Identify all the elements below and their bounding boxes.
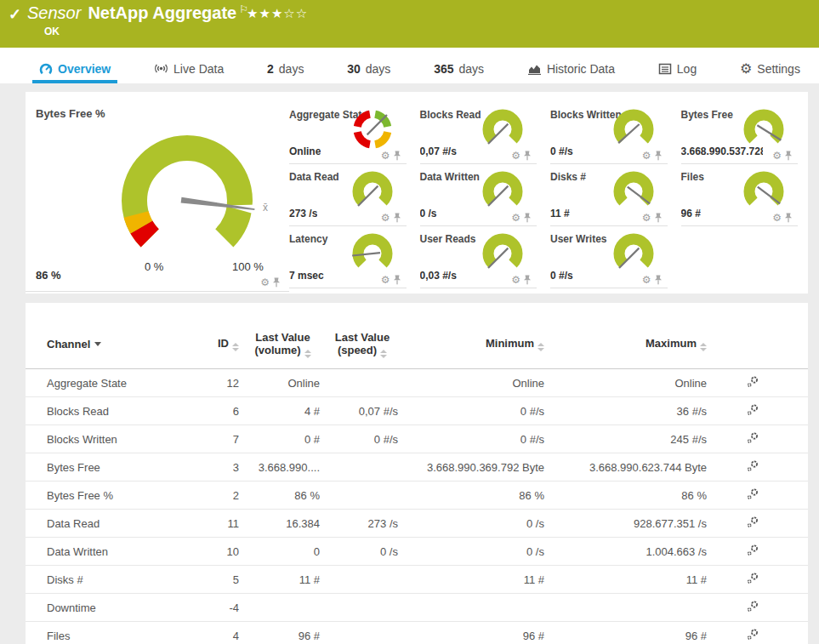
pin-icon[interactable] xyxy=(393,151,401,161)
gear-icon[interactable]: ⚙ xyxy=(642,275,651,285)
gear-icon[interactable]: ⚙ xyxy=(642,213,651,223)
table-row: Blocks Read 6 4 # 0,07 #/s 0 #/s 36 #/s xyxy=(26,397,808,425)
pin-icon[interactable] xyxy=(654,151,663,161)
pin-icon[interactable] xyxy=(784,213,793,223)
column-minimum[interactable]: Minimum xyxy=(401,337,548,351)
tab-2-days[interactable]: 2 days xyxy=(260,57,310,83)
channel-settings-icon[interactable] xyxy=(746,600,759,613)
table-header-row: Channel ID Last Value (volume) Last Valu… xyxy=(26,320,808,369)
pin-icon[interactable] xyxy=(523,213,532,223)
gear-icon: ⚙ xyxy=(740,62,752,76)
cell-maximum: 928.677.351 /s xyxy=(548,517,710,530)
cell-channel: Data Read xyxy=(26,517,204,530)
pin-icon[interactable] xyxy=(654,213,663,223)
table-row: Bytes Free 3 3.668.990.... 3.668.990.369… xyxy=(26,453,808,482)
cell-maximum: 11 # xyxy=(548,573,710,586)
tab-number: 30 xyxy=(347,62,361,76)
gauge-value: 96 # xyxy=(681,208,701,219)
cell-last-value-volume: 96 # xyxy=(242,630,323,642)
mini-gauge-cell: Bytes Free 3.668.990.537.728 ... ⚙ xyxy=(681,102,799,164)
tab-label: days xyxy=(279,62,304,76)
pin-icon[interactable] xyxy=(654,275,663,285)
pin-icon[interactable] xyxy=(393,275,401,285)
gauge-max-label: 100 % xyxy=(232,260,264,273)
cell-maximum: Online xyxy=(548,377,710,390)
gear-icon[interactable]: ⚙ xyxy=(772,213,782,223)
channel-settings-icon[interactable] xyxy=(746,572,759,585)
table-row: Aggregate State 12 Online Online Online xyxy=(26,369,808,397)
cell-maximum: 86 % xyxy=(548,489,710,502)
tab-number: 365 xyxy=(434,62,453,76)
column-last-value-volume[interactable]: Last Value (volume) xyxy=(242,331,323,358)
gear-icon[interactable]: ⚙ xyxy=(381,213,390,223)
gear-icon[interactable]: ⚙ xyxy=(381,275,390,285)
tab-historic-data[interactable]: Historic Data xyxy=(520,57,622,83)
table-row: Data Written 10 0 0 /s 0 /s 1.004.663 /s xyxy=(26,538,808,566)
gear-icon[interactable]: ⚙ xyxy=(772,151,782,161)
column-last-value-speed[interactable]: Last Value (speed) xyxy=(323,331,401,358)
gear-icon[interactable]: ⚙ xyxy=(511,275,520,285)
table-row: Blocks Written 7 0 # 0 #/s 0 #/s 245 #/s xyxy=(26,425,808,453)
tab-30-days[interactable]: 30 days xyxy=(340,57,397,83)
gauge-value: 273 /s xyxy=(289,208,317,219)
column-maximum[interactable]: Maximum xyxy=(548,337,710,351)
cell-id: 2 xyxy=(204,489,242,502)
channel-settings-icon[interactable] xyxy=(746,431,759,445)
channel-settings-icon[interactable] xyxy=(746,628,759,641)
tab-log[interactable]: Log xyxy=(651,57,703,83)
cell-maximum: 245 #/s xyxy=(548,433,710,446)
column-id[interactable]: ID xyxy=(204,337,242,351)
cell-minimum: 11 # xyxy=(401,573,548,586)
pin-icon[interactable] xyxy=(393,213,401,223)
sort-caret-icon xyxy=(94,342,101,346)
gauge-value: Online xyxy=(289,145,321,157)
tab-live-data[interactable]: Live Data xyxy=(147,56,230,83)
channel-settings-icon[interactable] xyxy=(746,544,759,557)
cell-minimum: 0 /s xyxy=(401,517,548,530)
cell-minimum: 3.668.990.369.792 Byte xyxy=(401,461,548,474)
pin-icon[interactable] xyxy=(523,151,532,161)
cell-channel: Aggregate State xyxy=(26,377,204,390)
cell-channel: Files xyxy=(26,630,204,642)
cell-minimum: 86 % xyxy=(401,489,548,502)
channel-settings-icon[interactable] xyxy=(746,516,759,529)
gear-icon[interactable]: ⚙ xyxy=(511,151,520,161)
pin-icon[interactable] xyxy=(272,277,281,288)
sort-icon xyxy=(232,343,239,351)
gauge-label: Disks # xyxy=(550,171,586,183)
gauge-label: Blocks Read xyxy=(420,109,481,121)
gear-icon[interactable]: ⚙ xyxy=(642,151,651,161)
gear-icon[interactable]: ⚙ xyxy=(381,151,390,161)
tab-overview[interactable]: Overview xyxy=(32,57,117,83)
gauge-icon xyxy=(39,62,53,76)
average-marker: x̄ xyxy=(263,202,268,214)
cell-maximum: 96 # xyxy=(548,630,710,642)
main-gauge-value: 86 % xyxy=(36,269,61,282)
sensor-status-bar: ✓ SensorNetApp Aggregate⚐ ★★★☆☆ OK xyxy=(0,0,819,48)
tab-365-days[interactable]: 365 days xyxy=(427,57,491,83)
cell-last-value-speed: 0 /s xyxy=(323,545,401,558)
column-channel[interactable]: Channel xyxy=(26,338,204,350)
gauge-value: 0 /s xyxy=(420,208,437,219)
tab-settings[interactable]: ⚙ Settings xyxy=(733,57,807,83)
gauge-label: User Writes xyxy=(550,233,606,245)
channel-settings-icon[interactable] xyxy=(746,459,759,473)
pin-icon[interactable] xyxy=(523,275,532,285)
cell-id: 3 xyxy=(204,461,242,474)
gear-icon[interactable]: ⚙ xyxy=(511,213,520,223)
gear-icon[interactable]: ⚙ xyxy=(260,277,270,288)
cell-id: 6 xyxy=(204,405,242,418)
channel-settings-icon[interactable] xyxy=(746,403,759,417)
cell-last-value-volume: 4 # xyxy=(242,405,323,418)
tab-number: 2 xyxy=(267,62,274,76)
cell-maximum: 3.668.990.623.744 Byte xyxy=(548,461,710,474)
cell-last-value-speed: 0,07 #/s xyxy=(323,405,401,418)
priority-stars[interactable]: ★★★☆☆ xyxy=(247,6,308,21)
cell-last-value-speed: 0 #/s xyxy=(323,433,401,446)
cell-channel: Disks # xyxy=(26,573,204,586)
mini-gauge-cell: Blocks Read 0,07 #/s ⚙ xyxy=(420,102,537,164)
pin-icon[interactable] xyxy=(784,151,793,161)
mini-gauge-cell: Data Written 0 /s ⚙ xyxy=(420,164,537,226)
channel-settings-icon[interactable] xyxy=(746,487,759,501)
channel-settings-icon[interactable] xyxy=(746,375,759,389)
